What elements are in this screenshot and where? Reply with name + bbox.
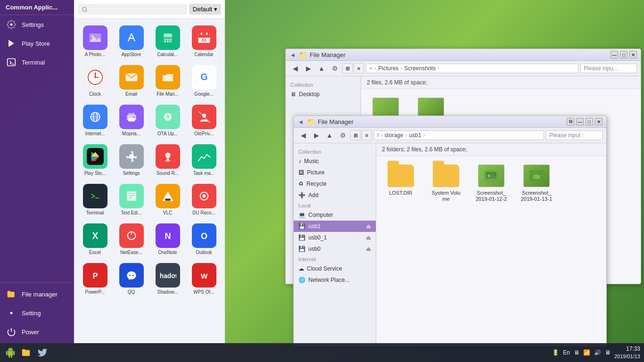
app-item-qq[interactable]: QQ <box>114 260 149 298</box>
app-item-otoprivacy[interactable]: OtoPriv... <box>187 102 221 140</box>
fm-collection-label-front: Collection <box>294 147 376 156</box>
app-item-vlc[interactable]: VLC <box>150 181 185 219</box>
fm-forward-btn-front[interactable]: ▶ <box>311 130 322 141</box>
fm-settings-btn-back[interactable]: ⚙ <box>329 63 340 74</box>
search-input[interactable] <box>90 6 183 13</box>
fm-sidebar-picture[interactable]: 🖼 Picture <box>294 167 376 178</box>
fm-back-btn-back[interactable]: ◀ <box>289 63 301 74</box>
app-item-shadow[interactable]: Shadow Shadow... <box>150 260 185 298</box>
app-item-email[interactable]: Email <box>114 62 149 100</box>
app-item-filemanager[interactable]: File Man... <box>150 62 185 100</box>
fm-restore-btn-front[interactable]: □ <box>586 118 593 125</box>
app-item-calculator[interactable]: Calculat... <box>150 23 185 60</box>
recycle-icon: ♻ <box>298 181 304 187</box>
app-item-settings2[interactable]: Settings <box>114 141 149 179</box>
sidebar-item-settings[interactable]: Settings <box>0 15 74 34</box>
fm-file-screenshot2[interactable]: Screenshot_2019-01-13-1 <box>518 162 555 205</box>
fm-sidebar-computer[interactable]: 💻 Computer <box>294 209 376 221</box>
eject-usb01-icon[interactable]: ⏏ <box>366 234 371 241</box>
sidebar-item-setting[interactable]: Setting <box>0 304 74 322</box>
app-item-calendar[interactable]: 31 Calendar <box>187 23 221 60</box>
fm-grid-view-btn-front[interactable]: ⊞ <box>350 130 361 140</box>
fm-list-view-btn-back[interactable]: ≡ <box>354 63 364 74</box>
fm-list-view-btn-front[interactable]: ≡ <box>362 130 372 140</box>
app-item-netease[interactable]: NetEase... <box>114 221 149 258</box>
app-icon-settings2 <box>119 144 144 169</box>
app-item-aphoto[interactable]: A Photo... <box>78 23 112 60</box>
app-item-dureco[interactable]: DU Reco... <box>187 181 221 219</box>
app-icon-powerpoint: P <box>83 263 107 288</box>
svg-point-99 <box>487 174 490 177</box>
app-icon-mopria <box>119 105 144 129</box>
fm-sidebar-recycle[interactable]: ♻ Recycle <box>294 178 376 189</box>
app-item-appstore[interactable]: AppStore <box>114 23 149 60</box>
fm-settings-btn-front[interactable]: ⚙ <box>337 130 348 141</box>
app-item-google[interactable]: G Google... <box>187 62 221 100</box>
search-dropdown[interactable]: Default ▾ <box>189 4 221 15</box>
svg-rect-64 <box>165 160 170 161</box>
picture-icon: 🖼 <box>298 169 304 176</box>
fm-grid-view-btn-back[interactable]: ⊞ <box>342 63 353 74</box>
app-item-powerpoint[interactable]: P PowerP... <box>78 260 112 298</box>
app-item-internet[interactable]: Internet... <box>78 102 112 140</box>
app-item-texteditor[interactable]: Text Edi... <box>114 181 149 219</box>
fm-path-bar-back[interactable]: ~ › Pictures › Screenshots › <box>366 64 578 73</box>
power-label: Power <box>22 329 39 336</box>
sidebar-item-file-manager[interactable]: File manager <box>0 285 74 304</box>
fm-close-btn-front[interactable]: ✕ <box>595 118 603 125</box>
fm-up-btn-back[interactable]: ▲ <box>316 63 327 74</box>
app-item-onenote[interactable]: N OneNote <box>150 221 185 258</box>
taskbar-bird-icon[interactable] <box>36 346 49 359</box>
sidebar-item-play-store[interactable]: Play Store <box>0 34 74 53</box>
fm-sidebar-usb0[interactable]: 💾 usb0 ⏏ <box>294 243 376 255</box>
app-item-otaupdate[interactable]: A OTA Up... <box>150 102 185 140</box>
taskbar-android-icon[interactable] <box>4 346 17 359</box>
fm-restore-btn-back[interactable]: □ <box>620 51 627 58</box>
taskbar-folder-icon[interactable] <box>20 346 33 359</box>
fm-collapse-btn[interactable]: ◀ <box>289 51 296 58</box>
app-item-terminal2[interactable]: Terminal <box>78 181 112 219</box>
app-item-mopria[interactable]: Mopria... <box>114 102 149 140</box>
app-item-soundrec[interactable]: Sound R... <box>150 141 185 179</box>
fm-search-box-front[interactable]: Please input : <box>546 131 603 140</box>
app-item-clock[interactable]: Clock <box>78 62 112 100</box>
fm-copy-btn-front[interactable]: ⧉ <box>567 118 574 125</box>
fm-file-screenshot1[interactable]: Screenshot_2019-01-12-2 <box>472 162 510 205</box>
sidebar-item-terminal[interactable]: Terminal <box>0 53 74 72</box>
fm-back-btn-front[interactable]: ◀ <box>297 130 309 141</box>
fm-file-sysvolume[interactable]: System Volume <box>427 162 465 205</box>
app-label-texteditor: Text Edi... <box>121 210 142 216</box>
fm-forward-btn-back[interactable]: ▶ <box>303 63 314 74</box>
fm-path-bar-front[interactable]: / › storage › usb1 › <box>374 131 544 140</box>
eject-usb0-icon[interactable]: ⏏ <box>366 246 371 252</box>
svg-point-92 <box>132 275 134 276</box>
fm-local-label: Local <box>294 201 376 209</box>
app-item-outlook[interactable]: O Outlook <box>187 221 221 258</box>
fm-collapse-btn-front[interactable]: ◀ <box>297 118 304 125</box>
app-item-excel[interactable]: X Excel <box>78 221 112 258</box>
fm-minimize-btn-back[interactable]: — <box>611 51 618 58</box>
fm-up-btn-front[interactable]: ▲ <box>324 130 335 141</box>
fm-close-btn-back[interactable]: ✕ <box>629 51 637 58</box>
fm-sidebar-usb1[interactable]: 💾 usb1 ⏏ <box>294 221 376 232</box>
svg-point-102 <box>533 174 540 179</box>
fm-minimize-btn-front[interactable]: — <box>576 118 584 125</box>
fm-sidebar-add[interactable]: ➕ Add <box>294 189 376 201</box>
fm-sidebar-music[interactable]: ♪ Music <box>294 156 376 167</box>
app-item-taskman[interactable]: Task ma... <box>187 141 221 179</box>
fm-sidebar-network[interactable]: 🌐 Network Place... <box>294 274 376 286</box>
app-item-playstore[interactable]: Play Sto... <box>78 141 112 179</box>
fm-sidebar-usb01[interactable]: 💾 usb0_1 ⏏ <box>294 232 376 243</box>
sidebar-item-power[interactable]: Power <box>0 322 74 341</box>
file-manager-label: File manager <box>22 291 58 298</box>
svg-rect-46 <box>128 118 135 122</box>
volume-icon: 🔊 <box>594 349 601 356</box>
fm-file-lostdir[interactable]: LOST.DIR <box>382 162 420 205</box>
svg-rect-26 <box>206 33 207 35</box>
app-item-wps[interactable]: W WPS Of... <box>187 260 221 298</box>
eject-usb1-icon[interactable]: ⏏ <box>366 223 371 230</box>
fm-sidebar-desktop[interactable]: 🖥 Desktop <box>286 89 361 100</box>
svg-rect-25 <box>201 33 202 35</box>
fm-sidebar-cloud[interactable]: ☁ Cloud Service <box>294 263 376 274</box>
fm-search-box-back[interactable]: Please inpu... <box>580 64 637 73</box>
